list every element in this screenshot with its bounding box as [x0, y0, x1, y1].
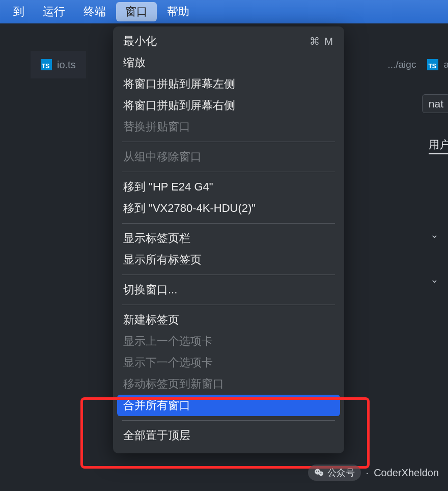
menu-remove-from-group: 从组中移除窗口	[113, 146, 344, 168]
menu-separator	[122, 305, 335, 305]
menubar: 到 运行 终端 窗口 帮助	[0, 0, 448, 23]
window-menu-dropdown: 最小化 ⌘ M 缩放 将窗口拼贴到屏幕左侧 将窗口拼贴到屏幕右侧 替换拼贴窗口 …	[113, 26, 344, 453]
menu-new-tab[interactable]: 新建标签页	[113, 309, 344, 331]
menu-move-tab-to-new-window: 移动标签页到新窗口	[113, 373, 344, 395]
footer-watermark: 公众号 · CoderXheldon	[308, 465, 439, 481]
menu-item-window[interactable]: 窗口	[116, 2, 157, 21]
menu-show-next-tab: 显示下一个选项卡	[113, 352, 344, 373]
menu-merge-all-windows[interactable]: 合并所有窗口	[117, 395, 340, 416]
svg-point-4	[320, 473, 321, 474]
menu-item-terminal[interactable]: 终端	[74, 0, 115, 23]
menu-move-to-display-2[interactable]: 移到 "VX2780-4K-HDU(2)"	[113, 198, 344, 219]
footer-author: CoderXheldon	[374, 467, 439, 479]
wechat-badge-label: 公众号	[327, 467, 355, 479]
tab-filename: io.ts	[57, 59, 76, 71]
svg-point-1	[319, 472, 323, 476]
chevron-down-icon[interactable]: ⌄	[430, 228, 439, 240]
menu-separator	[122, 172, 335, 172]
footer-separator: ·	[366, 467, 369, 479]
menu-move-to-display-1[interactable]: 移到 "HP E24 G4"	[113, 176, 344, 198]
menu-switch-window[interactable]: 切换窗口...	[113, 279, 344, 301]
menu-separator	[122, 275, 335, 275]
menu-separator	[122, 142, 335, 142]
menu-show-tab-bar[interactable]: 显示标签页栏	[113, 228, 344, 249]
right-panel-chip[interactable]: nat	[422, 98, 448, 110]
right-panel-tab[interactable]: 用户	[429, 138, 448, 152]
menu-zoom[interactable]: 缩放	[113, 52, 344, 73]
menu-tile-right[interactable]: 将窗口拼贴到屏幕右侧	[113, 95, 344, 116]
menu-replace-tiled: 替换拼贴窗口	[113, 116, 344, 138]
wechat-icon	[314, 468, 324, 478]
shortcut-label: ⌘ M	[310, 35, 334, 47]
svg-point-2	[316, 471, 317, 472]
menu-show-prev-tab: 显示上一个选项卡	[113, 331, 344, 352]
menu-bring-all-to-front[interactable]: 全部置于顶层	[113, 425, 344, 446]
menu-minimize[interactable]: 最小化 ⌘ M	[113, 31, 344, 52]
menu-item-run[interactable]: 运行	[34, 0, 74, 23]
menu-separator	[122, 223, 335, 224]
wechat-badge: 公众号	[308, 465, 361, 481]
chevron-down-icon[interactable]: ⌄	[430, 273, 439, 285]
menu-tile-left[interactable]: 将窗口拼贴到屏幕左侧	[113, 73, 344, 95]
svg-point-3	[318, 471, 319, 472]
svg-point-5	[321, 473, 322, 474]
typescript-icon: TS	[427, 59, 438, 70]
menu-item-to[interactable]: 到	[4, 0, 34, 23]
menu-show-all-tabs[interactable]: 显示所有标签页	[113, 249, 344, 270]
breadcrumb-path[interactable]: .../aigc	[387, 59, 416, 70]
tab-filename-right: a	[443, 59, 448, 70]
menu-separator	[122, 420, 335, 421]
editor-tab-io[interactable]: TS io.ts	[31, 51, 86, 78]
typescript-icon: TS	[41, 59, 52, 70]
menu-item-help[interactable]: 帮助	[158, 0, 199, 23]
tabbar-right: .../aigc TS a	[387, 51, 448, 78]
